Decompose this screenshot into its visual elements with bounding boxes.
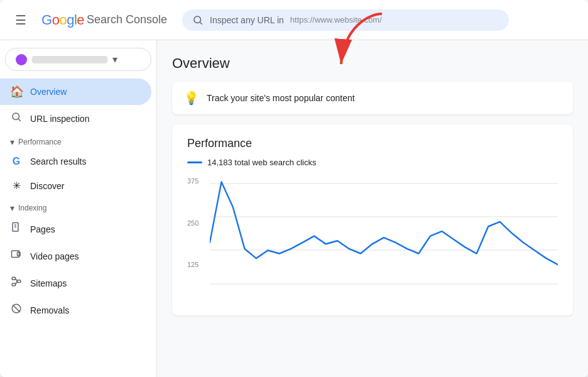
performance-chart: 375 250 125 xyxy=(187,177,558,303)
svg-line-15 xyxy=(13,305,20,312)
chart-label-mid: 250 xyxy=(187,219,199,227)
section-performance[interactable]: ▾ Performance xyxy=(0,132,156,150)
sidebar-item-label: Overview xyxy=(30,87,67,97)
sidebar-item-label: Sitemaps xyxy=(30,278,67,288)
sidebar-item-overview[interactable]: 🏠 Overview xyxy=(0,79,151,105)
property-icon xyxy=(16,54,27,65)
performance-card: Performance 14,183 total web search clic… xyxy=(172,124,573,315)
sidebar-item-search-results[interactable]: G Search results xyxy=(0,150,151,173)
legend-line xyxy=(187,161,202,163)
main-content: Overview 💡 Track your site's most popula… xyxy=(157,40,588,377)
sidebar-item-label: Video pages xyxy=(30,251,79,261)
sidebar-item-label: URL inspection xyxy=(30,114,89,124)
chart-label-high: 375 xyxy=(187,177,199,185)
chevron-icon: ▾ xyxy=(10,203,14,213)
sitemaps-icon xyxy=(10,276,23,290)
sidebar-item-pages[interactable]: Pages xyxy=(0,216,151,243)
pages-icon xyxy=(10,222,23,236)
video-pages-icon xyxy=(10,249,23,263)
sidebar-item-sitemaps[interactable]: Sitemaps xyxy=(0,270,151,297)
svg-point-2 xyxy=(13,113,19,120)
chevron-down-icon: ▾ xyxy=(112,53,117,65)
sidebar-item-url-inspection[interactable]: URL inspection xyxy=(0,105,151,132)
search-label: Inspect any URL in xyxy=(210,15,284,25)
page-title: Overview xyxy=(172,55,573,72)
svg-line-12 xyxy=(16,278,18,281)
section-label: Performance xyxy=(18,138,62,146)
search-domain: https://www.website.com/ xyxy=(290,15,382,25)
tip-icon: 💡 xyxy=(183,90,199,106)
product-name: Search Console xyxy=(87,13,167,26)
url-search-bar[interactable]: Inspect any URL in https://www.website.c… xyxy=(182,9,509,31)
google-logo: Google xyxy=(41,12,84,28)
sidebar: ▾ 🏠 Overview URL inspection ▾ Performanc xyxy=(0,40,157,377)
logo-area: Google Search Console xyxy=(41,12,167,28)
tip-card: 💡 Track your site's most popular content xyxy=(172,82,573,114)
section-indexing[interactable]: ▾ Indexing xyxy=(0,198,156,216)
property-name xyxy=(32,56,107,63)
legend-text: 14,183 total web search clicks xyxy=(207,158,316,167)
sidebar-item-label: Pages xyxy=(30,224,55,234)
sidebar-item-discover[interactable]: ✳ Discover xyxy=(0,173,151,198)
menu-icon[interactable]: ☰ xyxy=(10,8,31,33)
top-bar: ☰ Google Search Console Inspect any URL … xyxy=(0,0,588,40)
tip-text: Track your site's most popular content xyxy=(207,93,355,103)
svg-rect-11 xyxy=(18,280,21,283)
svg-line-3 xyxy=(18,119,20,121)
svg-rect-9 xyxy=(12,277,15,280)
chart-y-labels: 375 250 125 xyxy=(187,177,204,303)
chart-label-low: 125 xyxy=(187,261,199,268)
chevron-icon: ▾ xyxy=(10,137,14,147)
sidebar-item-removals[interactable]: Removals xyxy=(0,297,151,324)
svg-line-1 xyxy=(200,22,202,24)
sidebar-item-label: Search results xyxy=(30,156,86,167)
search-icon xyxy=(10,111,23,126)
chart-svg-wrapper xyxy=(210,177,558,303)
property-selector[interactable]: ▾ xyxy=(5,48,151,71)
home-icon: 🏠 xyxy=(10,85,23,99)
svg-rect-10 xyxy=(12,283,15,286)
sidebar-item-video-pages[interactable]: Video pages xyxy=(0,243,151,270)
svg-point-0 xyxy=(194,16,201,23)
discover-icon: ✳ xyxy=(10,180,23,192)
google-g-icon: G xyxy=(10,156,23,167)
search-icon xyxy=(192,14,204,26)
sidebar-item-label: Removals xyxy=(30,305,69,315)
removals-icon xyxy=(10,303,23,317)
performance-title: Performance xyxy=(187,137,558,150)
sidebar-item-label: Discover xyxy=(30,181,64,191)
svg-line-13 xyxy=(16,281,18,285)
body-layout: ▾ 🏠 Overview URL inspection ▾ Performanc xyxy=(0,40,588,377)
performance-legend: 14,183 total web search clicks xyxy=(187,158,558,167)
section-label: Indexing xyxy=(18,204,46,212)
